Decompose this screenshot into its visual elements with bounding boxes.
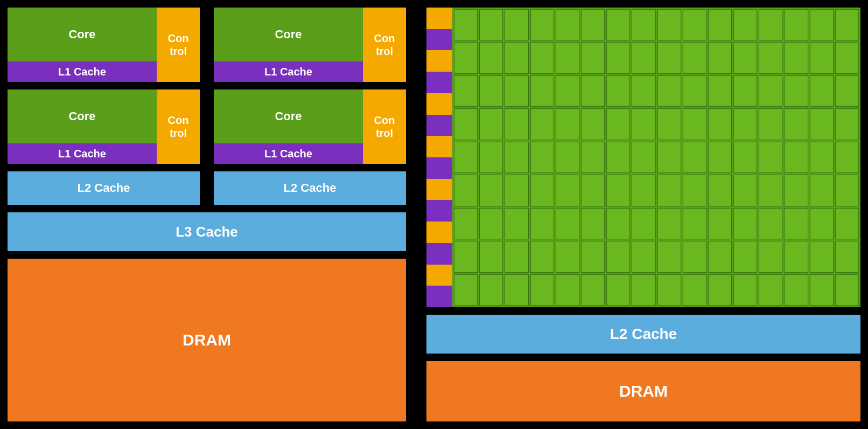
gpu-cell [733,75,757,107]
gpu-cell [835,208,859,239]
gpu-cell [530,42,554,73]
gpu-cell [810,9,834,40]
gpu-cell [759,241,782,272]
gpu-cell [632,208,655,239]
gpu-cell [454,142,478,173]
control-1: Control [157,8,200,82]
gpu-cell [708,142,732,173]
stripe-gold-1 [426,8,452,29]
gpu-cell [683,175,706,206]
gpu-cell [759,9,782,40]
gpu-cell [657,274,681,306]
gpu-cores-section [424,5,863,309]
gpu-cell [708,9,732,40]
core-block-1: Core L1 Cache [8,8,157,82]
gpu-cell [733,42,757,73]
l2-cache-right: L2 Cache [424,313,863,356]
gpu-cell [784,108,808,140]
gpu-cell [835,9,859,40]
dram-right: DRAM [424,359,863,424]
l1-cache-2: L1 Cache [214,61,363,82]
gpu-cell [581,175,605,206]
control-3: Control [157,89,200,164]
gpu-cell [606,142,630,173]
core-block-4: Core L1 Cache [214,89,363,164]
gpu-cell [581,208,605,239]
core-1: Core [8,8,157,61]
diagram-separator [415,5,418,424]
gpu-cell [505,9,528,40]
gpu-cell [556,142,579,173]
stripe-purple-7 [426,286,452,307]
gpu-cell [810,42,834,73]
l3-cache: L3 Cache [5,210,408,253]
gpu-cell [505,274,528,306]
gpu-cell [454,75,478,107]
gpu-cell [454,274,478,306]
gpu-cell [733,241,757,272]
gpu-cell [606,274,630,306]
gpu-cell [810,175,834,206]
gpu-cell [784,241,808,272]
dram-left: DRAM [5,257,408,424]
gpu-cell [657,108,681,140]
gpu-cell [581,142,605,173]
gpu-cell [683,75,706,107]
gpu-cell [784,274,808,306]
gpu-cell [606,108,630,140]
gpu-cell [505,142,528,173]
gpu-cell [581,9,605,40]
core-2: Core [214,8,363,61]
gpu-cell [505,108,528,140]
gpu-cell [530,241,554,272]
core-4: Core [214,89,363,143]
gpu-cell [479,108,503,140]
gpu-cell [784,42,808,73]
stripe-gold-5 [426,179,452,200]
gpu-cell [556,175,579,206]
stripe-gold-2 [426,50,452,72]
gpu-cell [479,241,503,272]
gpu-cell [556,108,579,140]
gpu-cell [556,241,579,272]
gpu-cell [759,142,782,173]
gpu-cell [505,241,528,272]
gpu-cell [657,142,681,173]
l2-row: L2 Cache L2 Cache [5,169,408,207]
l2-cache-1: L2 Cache [5,169,202,207]
gpu-cell [810,108,834,140]
stripe-purple-1 [426,29,452,51]
l2-cache-2: L2 Cache [212,169,408,207]
gpu-cell [454,208,478,239]
gpu-cell [733,274,757,306]
gpu-cell [530,75,554,107]
gpu-cell [632,75,655,107]
gpu-cell [530,175,554,206]
gpu-cell [606,241,630,272]
l1-cache-4: L1 Cache [214,143,363,164]
stripe-purple-4 [426,157,452,179]
l1-cache-3: L1 Cache [8,143,157,164]
gpu-cell [530,108,554,140]
gpu-cell [556,9,579,40]
gpu-cell [708,241,732,272]
gpu-cell [530,142,554,173]
gpu-cell [657,208,681,239]
gpu-cell [784,9,808,40]
gpu-cell [632,241,655,272]
gpu-cell [759,75,782,107]
gpu-cell [606,75,630,107]
gpu-cell [759,175,782,206]
gpu-cell [733,175,757,206]
gpu-cell [505,75,528,107]
gpu-cell [835,42,859,73]
core-3: Core [8,89,157,143]
gpu-cell [784,208,808,239]
gpu-cell [530,274,554,306]
gpu-cell [657,9,681,40]
gpu-cell [733,208,757,239]
gpu-cell [606,175,630,206]
gpu-cell [479,42,503,73]
gpu-cell [505,42,528,73]
gpu-cell [479,274,503,306]
